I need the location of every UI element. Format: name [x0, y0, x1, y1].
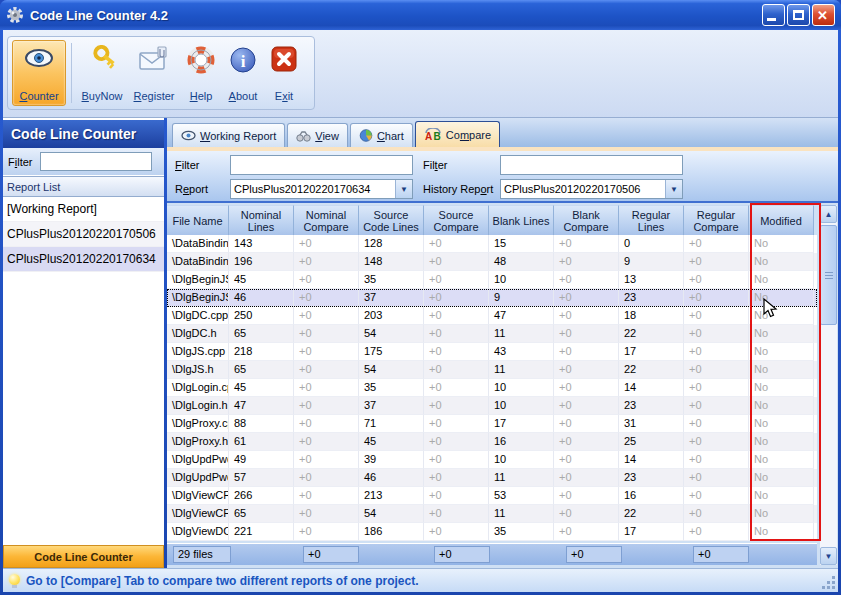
table-cell: 53 [489, 487, 554, 505]
column-header[interactable]: Modified [749, 205, 814, 235]
column-header[interactable]: Nominal Compare [294, 205, 359, 235]
table-cell: 46 [359, 469, 424, 487]
table-cell: 218 [229, 343, 294, 361]
table-cell: +0 [424, 469, 489, 487]
table-cell: +0 [294, 433, 359, 451]
report-dropdown[interactable]: CPlusPlus20120220170634 ▼ [230, 179, 413, 199]
column-header[interactable]: Source Compare [424, 205, 489, 235]
table-row[interactable]: \DlgJS.cpp218+0175+043+017+0No [167, 343, 817, 361]
table-cell: 10 [489, 397, 554, 415]
report-list-item[interactable]: [Working Report] [3, 197, 164, 222]
sidebar-bottom-button[interactable]: Code Line Counter [3, 545, 164, 568]
column-header[interactable]: File Name [167, 205, 229, 235]
close-button[interactable]: ✕ [812, 4, 835, 26]
table-cell: No [749, 505, 814, 523]
table-row[interactable]: \DlgLogin.cp45+035+010+014+0No [167, 379, 817, 397]
column-header[interactable]: Nominal Lines [229, 205, 294, 235]
table-cell: +0 [294, 307, 359, 325]
table-row[interactable]: \DlgBeginJS.45+035+010+013+0No [167, 271, 817, 289]
table-cell: +0 [554, 487, 619, 505]
table-row[interactable]: \DataBinding143+0128+015+00+0No [167, 235, 817, 253]
table-row[interactable]: \DlgUpdPwd.49+039+010+014+0No [167, 451, 817, 469]
table-cell: 45 [229, 379, 294, 397]
history-filter-input[interactable] [500, 155, 683, 175]
report-list: [Working Report]CPlusPlus20120220170506C… [3, 197, 164, 545]
lifebuoy-icon [186, 45, 216, 75]
table-row[interactable]: \DlgLogin.h47+037+010+023+0No [167, 397, 817, 415]
table-row[interactable]: \DataBinding196+0148+048+09+0No [167, 253, 817, 271]
table-cell: +0 [424, 361, 489, 379]
report-list-item[interactable]: CPlusPlus20120220170506 [3, 222, 164, 247]
table-cell: 49 [229, 451, 294, 469]
table-cell: 128 [359, 235, 424, 253]
column-header[interactable]: Regular Lines [619, 205, 684, 235]
minimize-button[interactable] [762, 4, 785, 26]
table-cell: 37 [359, 289, 424, 307]
table-cell: No [749, 379, 814, 397]
table-cell: +0 [554, 343, 619, 361]
column-header[interactable]: Source Code Lines [359, 205, 424, 235]
column-header[interactable]: Blank Lines [489, 205, 554, 235]
scrollbar-thumb[interactable] [820, 225, 837, 325]
app-icon [6, 6, 24, 24]
table-row[interactable]: \DlgViewCP.h65+054+011+022+0No [167, 505, 817, 523]
table-cell: 88 [229, 415, 294, 433]
tab-working-report[interactable]: Working Report [172, 123, 285, 147]
resize-grip[interactable] [822, 576, 836, 590]
chevron-down-icon[interactable]: ▼ [395, 180, 412, 198]
table-cell: \DlgBeginJS. [167, 289, 229, 307]
scroll-down-button[interactable]: ▼ [820, 547, 837, 565]
table-cell: 48 [489, 253, 554, 271]
tab-compare[interactable]: AB Compare [415, 121, 500, 147]
table-cell: +0 [684, 433, 749, 451]
sidebar-filter-input[interactable] [40, 152, 152, 171]
vertical-scrollbar[interactable]: ▲ ▼ [820, 205, 837, 565]
table-cell: +0 [684, 271, 749, 289]
table-row[interactable]: \DlgBeginJS.46+037+09+023+0No [167, 289, 817, 307]
table-cell: +0 [684, 415, 749, 433]
table-row[interactable]: \DlgProxy.cp88+071+017+031+0No [167, 415, 817, 433]
table-cell: 46 [229, 289, 294, 307]
column-header[interactable]: Regular Compare [684, 205, 749, 235]
history-report-dropdown[interactable]: CPlusPlus20120220170506 ▼ [500, 179, 683, 199]
table-cell: +0 [684, 505, 749, 523]
table-cell: +0 [424, 523, 489, 541]
table-cell: 65 [229, 361, 294, 379]
report-list-item[interactable]: CPlusPlus20120220170634 [3, 247, 164, 272]
table-cell: 17 [489, 415, 554, 433]
table-cell: +0 [554, 469, 619, 487]
table-row[interactable]: \DlgProxy.h61+045+016+025+0No [167, 433, 817, 451]
table-cell: \DlgLogin.cp [167, 379, 229, 397]
table-body: \DataBinding143+0128+015+00+0No\DataBind… [167, 235, 817, 541]
table-row[interactable]: \DlgViewDC.c221+0186+035+017+0No [167, 523, 817, 541]
maximize-button[interactable] [787, 4, 810, 26]
filter-input[interactable] [230, 155, 413, 175]
table-cell: +0 [554, 379, 619, 397]
about-button[interactable]: i About [221, 40, 265, 106]
help-button[interactable]: Help [181, 40, 221, 106]
chevron-down-icon[interactable]: ▼ [665, 180, 682, 198]
buynow-button[interactable]: BuyNow [77, 40, 127, 106]
tab-view[interactable]: View [287, 123, 348, 147]
exit-button[interactable]: Exit [265, 40, 303, 106]
scroll-up-button[interactable]: ▲ [820, 205, 837, 223]
column-header[interactable]: Blank Compare [554, 205, 619, 235]
history-filter-label: Filter [423, 159, 447, 171]
table-row[interactable]: \DlgUpdPwd.57+046+011+023+0No [167, 469, 817, 487]
compare-ab-icon: AB [424, 128, 442, 141]
counter-button[interactable]: Counter [12, 40, 66, 106]
table-row[interactable]: \DlgJS.h65+054+011+022+0No [167, 361, 817, 379]
eye-icon [181, 130, 196, 141]
table-cell: No [749, 469, 814, 487]
tab-chart[interactable]: Chart [350, 123, 413, 147]
table-cell: 35 [359, 379, 424, 397]
register-button[interactable]: Register [127, 40, 181, 106]
table-row[interactable]: \DlgDC.cpp250+0203+047+018+0No [167, 307, 817, 325]
table-cell: No [749, 253, 814, 271]
table-cell: No [749, 397, 814, 415]
table-cell: 148 [359, 253, 424, 271]
table-row[interactable]: \DlgDC.h65+054+011+022+0No [167, 325, 817, 343]
table-row[interactable]: \DlgViewCP.c266+0213+053+016+0No [167, 487, 817, 505]
table-cell: 16 [619, 487, 684, 505]
app-window: Code Line Counter 4.2 ✕ Counter [0, 0, 841, 595]
